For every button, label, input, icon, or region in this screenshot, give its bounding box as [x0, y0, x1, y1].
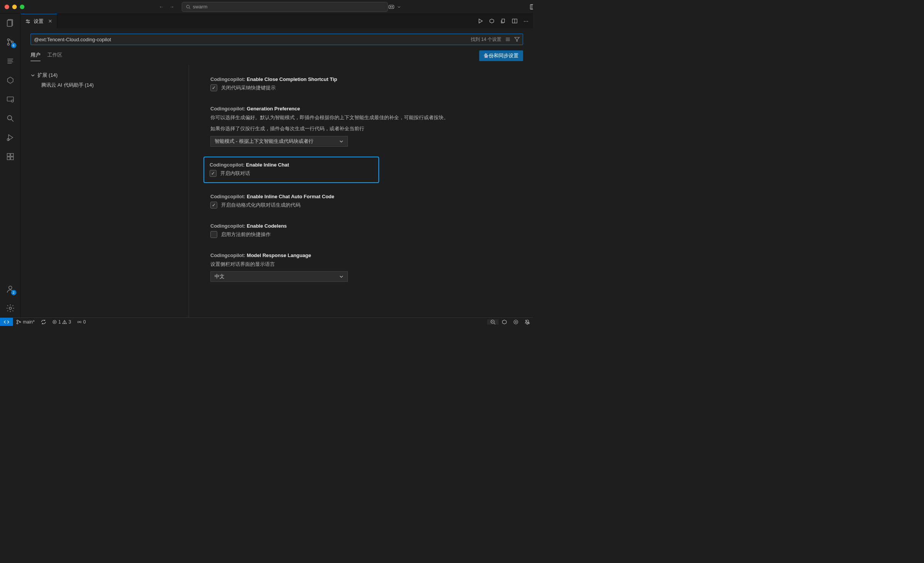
select-generation-preference[interactable]: 智能模式 - 根据上下文智能生成代码块或者行 — [210, 136, 348, 147]
svg-marker-63 — [502, 320, 507, 324]
tab-settings[interactable]: 设置 ✕ — [21, 14, 57, 28]
ports-indicator[interactable]: 0 — [74, 319, 89, 325]
settings-list: Codingcopilot: Enable Close Completion S… — [189, 65, 533, 317]
chevron-down-icon — [339, 274, 344, 279]
svg-point-18 — [7, 44, 9, 45]
titlebar: ← → swarm — [0, 0, 533, 14]
svg-marker-49 — [515, 37, 519, 42]
tree-tencent-ai-item[interactable]: 腾讯云 AI 代码助手 (14) — [31, 80, 189, 90]
command-center-search[interactable]: swarm — [182, 2, 388, 12]
setting-name: Enable Inline Chat — [246, 162, 289, 168]
warning-count: 3 — [68, 319, 71, 325]
source-control-button[interactable]: 6 — [5, 37, 16, 47]
status-hexagon-icon[interactable] — [499, 319, 510, 325]
chevron-down-icon — [339, 139, 344, 144]
nav-forward-button[interactable]: → — [169, 4, 174, 10]
scope-tab-workspace[interactable]: 工作区 — [47, 52, 62, 61]
chevron-down-icon[interactable] — [397, 5, 401, 9]
svg-line-28 — [11, 120, 13, 122]
accounts-badge: 2 — [11, 290, 16, 295]
tab-close-button[interactable]: ✕ — [48, 18, 52, 24]
settings-tree: 扩展 (14) 腾讯云 AI 代码助手 (14) — [21, 65, 189, 317]
setting-enable-close-completion-tip: Codingcopilot: Enable Close Completion S… — [204, 72, 522, 98]
svg-point-35 — [9, 286, 12, 289]
svg-line-61 — [494, 323, 496, 324]
remote-explorer-button[interactable] — [5, 94, 16, 105]
explorer-button[interactable] — [5, 18, 16, 28]
svg-point-27 — [7, 116, 11, 120]
svg-rect-2 — [389, 5, 394, 8]
settings-gear-button[interactable] — [5, 303, 16, 314]
svg-rect-33 — [7, 157, 10, 160]
checkbox-codelens[interactable] — [210, 231, 217, 238]
svg-point-38 — [27, 19, 28, 21]
svg-rect-43 — [502, 19, 505, 23]
svg-point-26 — [11, 100, 13, 102]
ports-count: 0 — [83, 319, 86, 325]
close-window-button[interactable] — [5, 5, 9, 9]
notifications-icon[interactable] — [522, 319, 533, 325]
svg-point-51 — [17, 322, 18, 324]
select-value: 中文 — [215, 273, 225, 280]
settings-search-box[interactable]: 找到 14 个设置 — [31, 34, 523, 45]
extensions-button[interactable] — [5, 151, 16, 162]
minimize-window-button[interactable] — [12, 5, 17, 9]
svg-point-59 — [79, 321, 80, 322]
settings-search-input[interactable] — [34, 37, 471, 42]
clear-search-icon[interactable] — [505, 37, 510, 42]
command-center-text: swarm — [193, 4, 207, 10]
status-zoom-icon[interactable] — [487, 319, 499, 325]
accounts-button[interactable]: 2 — [5, 284, 16, 294]
editor-area: 设置 ✕ ⋯ 找到 14 个设置 — [21, 14, 533, 317]
tree-extensions[interactable]: 扩展 (14) — [31, 70, 189, 80]
svg-point-40 — [28, 21, 29, 23]
checkbox-close-completion-tip[interactable] — [210, 84, 217, 91]
svg-line-1 — [189, 8, 190, 9]
sidebar-hexagon-icon[interactable] — [5, 75, 16, 86]
setting-enable-codelens: Codingcopilot: Enable Codelens 启用方法前的快捷操… — [204, 218, 522, 245]
run-debug-button[interactable] — [5, 132, 16, 143]
copilot-icon[interactable] — [388, 4, 395, 10]
sync-indicator[interactable] — [38, 319, 49, 325]
scope-tab-user[interactable]: 用户 — [31, 52, 40, 61]
svg-point-65 — [515, 321, 517, 323]
svg-marker-24 — [7, 77, 13, 84]
statusbar: main* 1 3 0 — [0, 317, 533, 326]
search-button[interactable] — [5, 113, 16, 124]
layout-panel-left-icon[interactable] — [530, 4, 533, 10]
select-response-language[interactable]: 中文 — [210, 271, 348, 282]
setting-desc-1: 你可以选择生成偏好。默认为智能模式，即插件会根据你的上下文智能生成最佳的补全，可… — [210, 114, 522, 122]
split-editor-icon[interactable] — [512, 18, 517, 24]
sync-settings-button[interactable]: 备份和同步设置 — [479, 50, 523, 61]
search-icon — [186, 5, 191, 9]
remote-indicator[interactable] — [0, 318, 13, 326]
svg-rect-31 — [7, 154, 10, 156]
nav-back-button[interactable]: ← — [159, 4, 164, 10]
tree-item-label: 腾讯云 AI 代码助手 (14) — [41, 82, 94, 89]
problems-indicator[interactable]: 1 3 — [49, 319, 74, 325]
checkbox-auto-format[interactable] — [210, 202, 217, 209]
filter-icon[interactable] — [514, 37, 520, 42]
checkbox-label: 启用方法前的快捷操作 — [221, 231, 271, 238]
setting-model-response-language: Codingcopilot: Model Response Language 设… — [204, 248, 522, 289]
setting-desc: 设置侧栏对话界面的显示语言 — [210, 260, 522, 269]
window-controls — [5, 5, 24, 9]
svg-point-64 — [514, 320, 518, 324]
sidebar-lines-icon[interactable] — [5, 56, 16, 66]
open-file-icon[interactable] — [501, 18, 506, 24]
branch-name: main* — [23, 319, 35, 325]
setting-prefix: Codingcopilot: — [210, 106, 247, 112]
hexagon-icon[interactable] — [489, 18, 494, 24]
more-actions-icon[interactable]: ⋯ — [523, 18, 528, 24]
svg-rect-16 — [7, 20, 12, 26]
setting-prefix: Codingcopilot: — [210, 162, 246, 168]
maximize-window-button[interactable] — [20, 5, 24, 9]
setting-enable-inline-chat-auto-format: Codingcopilot: Enable Inline Chat Auto F… — [204, 189, 522, 215]
branch-indicator[interactable]: main* — [13, 319, 38, 325]
run-icon[interactable] — [478, 18, 483, 24]
setting-name: Generation Preference — [247, 106, 300, 112]
checkbox-enable-inline-chat[interactable] — [210, 170, 216, 177]
select-value: 智能模式 - 根据上下文智能生成代码块或者行 — [215, 138, 313, 145]
setting-desc-2: 如果你选择了仅按行生成，插件会每次生成一行代码，或者补全当前行 — [210, 125, 522, 133]
status-ai-icon[interactable] — [510, 319, 522, 325]
